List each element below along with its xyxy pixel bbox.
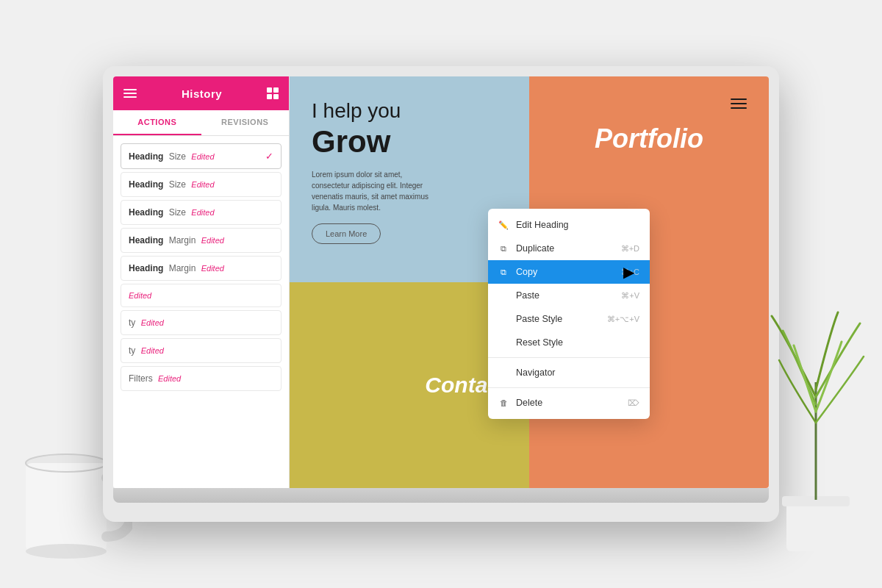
item-bold-4: Heading bbox=[129, 263, 163, 273]
portfolio-heading: Portfolio bbox=[595, 123, 703, 154]
item-bold-3: Heading bbox=[129, 235, 163, 245]
item-bold-0: Heading bbox=[129, 151, 163, 162]
check-mark-0: ✓ bbox=[265, 151, 273, 162]
paste-style-label: Paste Style bbox=[516, 314, 562, 324]
trash-icon: 🗑 bbox=[498, 398, 509, 408]
sidebar-tabs: ACTIONS REVISIONS bbox=[113, 110, 289, 136]
item-text-4: Heading Margin Edited bbox=[129, 263, 224, 273]
hero-bold: Grow bbox=[312, 123, 507, 160]
hero-body: Lorem ipsum dolor sit amet, consectetur … bbox=[312, 169, 429, 213]
sidebar-header: History bbox=[113, 76, 289, 110]
svg-point-2 bbox=[26, 544, 107, 559]
delete-label: Delete bbox=[516, 398, 542, 408]
main-content: I help you Grow Lorem ipsum dolor sit am… bbox=[290, 76, 769, 488]
laptop-frame: History ACTIONS REVISIONS Heading Size bbox=[103, 66, 779, 522]
duplicate-icon: ⧉ bbox=[498, 243, 509, 254]
paste-style-icon bbox=[498, 314, 509, 324]
context-menu: ✏️ Edit Heading ⧉ Duplicate ⌘+D ⧉ bbox=[488, 209, 650, 419]
history-item-4[interactable]: Heading Margin Edited bbox=[121, 256, 282, 281]
history-item-1[interactable]: Heading Size Edited bbox=[121, 172, 282, 197]
item-left-copy: ⧉ Copy bbox=[498, 267, 537, 277]
item-left-dup: ⧉ Duplicate bbox=[498, 243, 554, 254]
context-reset-style[interactable]: Reset Style bbox=[488, 331, 650, 354]
pencil-icon: ✏️ bbox=[498, 220, 509, 230]
item-text-8: Filters Edited bbox=[129, 373, 181, 384]
item-type-1: Size bbox=[166, 179, 188, 190]
history-item-3[interactable]: Heading Margin Edited bbox=[121, 228, 282, 253]
grid-icon[interactable] bbox=[267, 87, 279, 99]
navigator-icon bbox=[498, 368, 509, 378]
item-type-7: ty bbox=[129, 345, 138, 356]
item-left-paste-style: Paste Style bbox=[498, 314, 562, 324]
reset-icon bbox=[498, 337, 509, 348]
item-type-4: Margin bbox=[166, 263, 198, 273]
item-edited-6: Edited bbox=[141, 318, 164, 327]
item-text-0: Heading Size Edited bbox=[129, 151, 215, 162]
laptop-base bbox=[113, 488, 769, 503]
item-text-3: Heading Margin Edited bbox=[129, 235, 224, 245]
paste-label: Paste bbox=[516, 290, 539, 301]
item-type-2: Size bbox=[166, 207, 188, 218]
item-edited-3: Edited bbox=[201, 236, 224, 245]
context-divider-1 bbox=[488, 357, 650, 358]
sidebar: History ACTIONS REVISIONS Heading Size bbox=[113, 76, 290, 488]
sidebar-title: History bbox=[182, 87, 222, 100]
item-edited-7: Edited bbox=[141, 346, 164, 355]
svg-rect-4 bbox=[786, 500, 845, 551]
paste-shortcut: ⌘+V bbox=[621, 291, 639, 301]
delete-shortcut: ⌦ bbox=[628, 398, 639, 408]
paste-icon bbox=[498, 290, 509, 301]
context-paste[interactable]: Paste ⌘+V bbox=[488, 284, 650, 307]
history-item-5[interactable]: Edited bbox=[121, 284, 282, 307]
context-paste-style[interactable]: Paste Style ⌘+⌥+V bbox=[488, 307, 650, 331]
item-text-5: Edited bbox=[129, 291, 151, 300]
copy-label: Copy bbox=[516, 267, 537, 277]
item-left-reset: Reset Style bbox=[498, 337, 563, 348]
history-item-0[interactable]: Heading Size Edited ✓ bbox=[121, 143, 282, 169]
item-text-2: Heading Size Edited bbox=[129, 207, 215, 218]
item-type-8: Filters bbox=[129, 373, 155, 384]
history-item-7[interactable]: ty Edited bbox=[121, 338, 282, 363]
svg-rect-1 bbox=[26, 463, 107, 551]
tab-revisions[interactable]: REVISIONS bbox=[201, 110, 290, 135]
item-edited-2: Edited bbox=[191, 208, 214, 217]
item-left-edit: ✏️ Edit Heading bbox=[498, 220, 569, 230]
duplicate-label: Duplicate bbox=[516, 243, 554, 254]
history-item-6[interactable]: ty Edited bbox=[121, 310, 282, 335]
history-item-8[interactable]: Filters Edited bbox=[121, 366, 282, 391]
item-edited-0: Edited bbox=[191, 152, 214, 161]
context-delete[interactable]: 🗑 Delete ⌦ bbox=[488, 391, 650, 415]
duplicate-shortcut: ⌘+D bbox=[621, 244, 639, 254]
scene-wrapper: History ACTIONS REVISIONS Heading Size bbox=[74, 44, 808, 544]
item-edited-1: Edited bbox=[191, 180, 214, 189]
context-duplicate[interactable]: ⧉ Duplicate ⌘+D bbox=[488, 237, 650, 260]
item-type-3: Margin bbox=[166, 235, 198, 245]
item-type-0: Size bbox=[166, 151, 188, 162]
item-text-6: ty Edited bbox=[129, 318, 164, 328]
item-edited-5: Edited bbox=[129, 291, 151, 300]
hero-heading: I help you Grow bbox=[312, 98, 507, 160]
item-text-7: ty Edited bbox=[129, 345, 164, 356]
edit-heading-label: Edit Heading bbox=[516, 220, 569, 230]
item-bold-1: Heading bbox=[129, 179, 163, 190]
navigator-label: Navigator bbox=[516, 368, 556, 378]
learn-more-button[interactable]: Learn More bbox=[312, 223, 381, 244]
item-left-nav: Navigator bbox=[498, 368, 556, 378]
context-divider-2 bbox=[488, 387, 650, 388]
item-edited-4: Edited bbox=[201, 264, 224, 273]
copy-shortcut: ⌘+C bbox=[621, 268, 639, 277]
laptop-screen: History ACTIONS REVISIONS Heading Size bbox=[113, 76, 769, 488]
item-edited-8: Edited bbox=[158, 374, 181, 383]
item-left-paste: Paste bbox=[498, 290, 539, 301]
tab-actions[interactable]: ACTIONS bbox=[113, 110, 201, 135]
copy-icon: ⧉ bbox=[498, 267, 509, 277]
context-copy[interactable]: ⧉ Copy ⌘+C bbox=[488, 260, 650, 284]
item-bold-2: Heading bbox=[129, 207, 163, 218]
item-left-delete: 🗑 Delete bbox=[498, 398, 542, 408]
context-edit-heading[interactable]: ✏️ Edit Heading bbox=[488, 213, 650, 237]
hamburger-icon[interactable] bbox=[123, 89, 137, 98]
context-navigator[interactable]: Navigator bbox=[488, 361, 650, 384]
item-text-1: Heading Size Edited bbox=[129, 179, 215, 190]
history-item-2[interactable]: Heading Size Edited bbox=[121, 200, 282, 225]
hamburger-menu-icon[interactable] bbox=[731, 98, 747, 109]
